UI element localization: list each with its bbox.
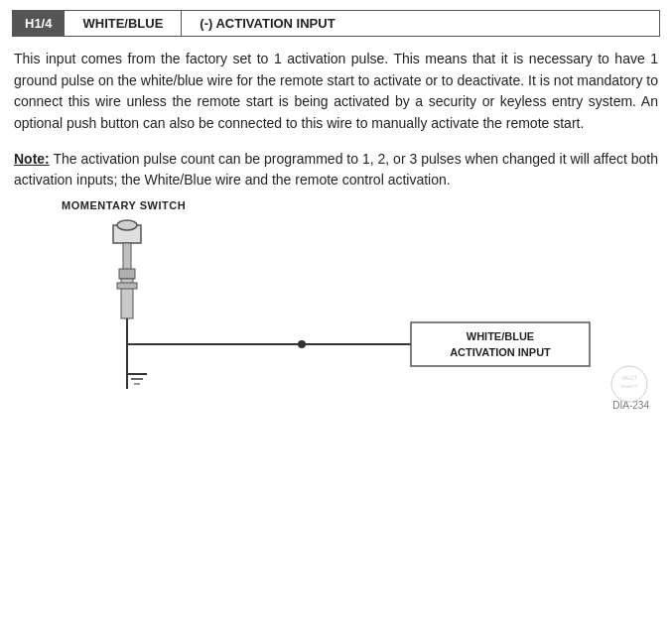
header-id: H1/4 xyxy=(13,11,64,36)
note-paragraph: Note: The activation pulse count can be … xyxy=(14,149,658,191)
svg-text:VALET: VALET xyxy=(621,375,636,381)
svg-rect-3 xyxy=(119,269,135,279)
svg-rect-15 xyxy=(411,322,590,366)
header-bar: H1/4 WHITE/BLUE (-) ACTIVATION INPUT xyxy=(12,10,660,37)
page-wrapper: H1/4 WHITE/BLUE (-) ACTIVATION INPUT Thi… xyxy=(0,10,672,629)
body-paragraph: This input comes from the factory set to… xyxy=(14,49,658,135)
svg-text:WHITE/BLUE: WHITE/BLUE xyxy=(467,330,534,342)
diagram-area: MOMENTARY SWITCH xyxy=(14,199,658,414)
switch-label: MOMENTARY SWITCH xyxy=(62,199,658,211)
svg-text:ACTIVATION INPUT: ACTIVATION INPUT xyxy=(450,346,551,358)
note-text: The activation pulse count can be progra… xyxy=(14,151,658,189)
svg-text:REMOTE: REMOTE xyxy=(620,384,637,389)
svg-rect-5 xyxy=(117,283,137,289)
note-label: Note: xyxy=(14,151,50,167)
svg-point-1 xyxy=(117,220,137,230)
header-wire: WHITE/BLUE xyxy=(64,11,182,36)
header-description: (-) ACTIVATION INPUT xyxy=(182,11,352,36)
wiring-diagram: WHITE/BLUE ACTIVATION INPUT DIA-234 VALE… xyxy=(14,215,654,414)
